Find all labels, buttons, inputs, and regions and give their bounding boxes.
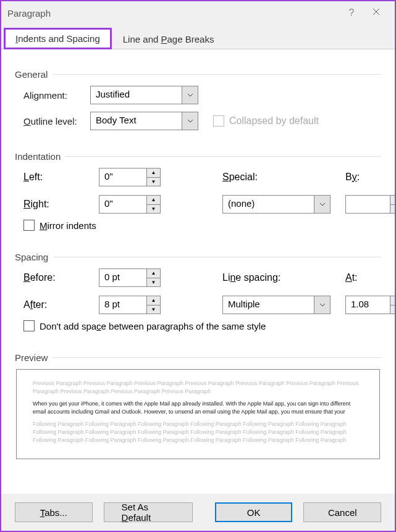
alignment-label: Alignment:	[23, 90, 90, 101]
button-label: Set As Default	[122, 502, 175, 523]
line-spacing-combo[interactable]: Multiple	[222, 296, 331, 314]
button-bar: Tabs... Set As Default OK Cancel	[1, 494, 395, 531]
divider	[53, 357, 381, 358]
collapsed-checkbox: Collapsed by default	[213, 115, 319, 127]
checkbox-box	[23, 320, 35, 331]
after-spinner[interactable]: 8 pt ▲▼	[99, 296, 161, 314]
checkbox-label: Don't add space between paragraphs of th…	[40, 321, 266, 331]
alignment-combo[interactable]: Justified	[90, 86, 198, 104]
checkbox-label: Collapsed by default	[229, 115, 319, 127]
spinner-value: 0 pt	[99, 269, 146, 286]
after-label: After:	[23, 299, 99, 310]
spinner-arrows[interactable]: ▲▼	[146, 168, 160, 186]
button-label: Cancel	[328, 507, 357, 518]
tab-bar: Indents and Spacing Line and Page Breaks	[1, 25, 395, 49]
chevron-down-icon[interactable]	[314, 296, 330, 314]
by-label: By:	[345, 172, 395, 183]
preview-box: Previous Paragraph Previous Paragraph Pr…	[16, 369, 380, 459]
divider	[65, 156, 381, 157]
section-label: General	[15, 69, 48, 80]
preview-previous-text: Previous Paragraph Previous Paragraph Pr…	[33, 380, 363, 395]
spinner-value	[346, 196, 390, 213]
tab-indents-spacing[interactable]: Indents and Spacing	[4, 28, 112, 49]
line-spacing-label: Line spacing:	[222, 272, 331, 283]
before-spinner[interactable]: 0 pt ▲▼	[99, 268, 161, 287]
spinner-arrows[interactable]: ▲▼	[146, 269, 160, 286]
spinner-value: 0"	[99, 196, 146, 213]
before-label: Before:	[23, 272, 99, 283]
tab-label: Line and Page Breaks	[123, 34, 214, 44]
button-label: OK	[247, 507, 261, 518]
combo-value: Multiple	[223, 296, 314, 314]
checkbox-box	[23, 220, 35, 231]
section-indentation: Indentation	[15, 151, 381, 162]
dialog-title: Paragraph	[7, 8, 339, 19]
checkbox-label: Mirror indents	[40, 220, 96, 231]
special-combo[interactable]: (none)	[222, 195, 331, 214]
outline-label: Outline level:	[23, 116, 90, 127]
chevron-down-icon[interactable]	[182, 86, 198, 104]
spinner-arrows[interactable]: ▲▼	[390, 196, 395, 213]
tab-panel: General Alignment: Justified Outline lev…	[1, 49, 395, 494]
section-label: Preview	[15, 352, 48, 363]
combo-value: Body Text	[91, 112, 182, 130]
chevron-down-icon[interactable]	[182, 112, 198, 130]
combo-value: Justified	[91, 86, 182, 104]
preview-sample-text: When you get your iPhone, it comes with …	[33, 400, 363, 415]
checkbox-box	[213, 115, 224, 127]
paragraph-dialog: Paragraph ? Indents and Spacing Line and…	[0, 0, 396, 532]
special-label: Special:	[222, 172, 331, 183]
left-spinner[interactable]: 0" ▲▼	[99, 168, 161, 186]
spinner-value: 0"	[99, 168, 146, 186]
section-spacing: Spacing	[15, 252, 381, 262]
help-button[interactable]: ?	[339, 7, 364, 19]
preview-following-text: Following Paragraph Following Paragraph …	[33, 420, 363, 444]
spinner-arrows[interactable]: ▲▼	[390, 296, 395, 314]
tab-line-page-breaks[interactable]: Line and Page Breaks	[112, 29, 225, 49]
right-spinner[interactable]: 0" ▲▼	[99, 195, 161, 214]
divider	[53, 74, 381, 75]
by-spinner[interactable]: ▲▼	[345, 195, 395, 214]
section-preview: Preview	[15, 352, 381, 363]
dont-add-space-checkbox[interactable]: Don't add space between paragraphs of th…	[15, 320, 381, 331]
ok-button[interactable]: OK	[215, 502, 293, 522]
section-label: Indentation	[15, 151, 61, 162]
spinner-arrows[interactable]: ▲▼	[146, 196, 160, 213]
combo-value: (none)	[223, 196, 314, 213]
set-default-button[interactable]: Set As Default	[104, 502, 193, 522]
at-label: At:	[345, 272, 395, 283]
spinner-value: 8 pt	[99, 296, 146, 314]
close-icon	[372, 7, 381, 16]
section-general: General	[15, 69, 381, 80]
close-button[interactable]	[364, 7, 389, 19]
section-label: Spacing	[15, 252, 48, 262]
tabs-button[interactable]: Tabs...	[15, 502, 93, 522]
right-label: Right:	[23, 199, 99, 210]
outline-combo[interactable]: Body Text	[90, 112, 198, 130]
spinner-arrows[interactable]: ▲▼	[146, 296, 160, 314]
mirror-indents-checkbox[interactable]: Mirror indents	[15, 220, 381, 231]
title-bar: Paragraph ?	[1, 1, 395, 25]
chevron-down-icon[interactable]	[314, 196, 330, 213]
divider	[53, 257, 381, 257]
button-label: Tabs...	[40, 507, 67, 518]
spinner-value: 1.08	[346, 296, 390, 314]
tab-label: Indents and Spacing	[15, 33, 100, 44]
cancel-button[interactable]: Cancel	[303, 502, 381, 522]
at-spinner[interactable]: 1.08 ▲▼	[345, 296, 395, 314]
left-label: Left:	[23, 172, 99, 183]
